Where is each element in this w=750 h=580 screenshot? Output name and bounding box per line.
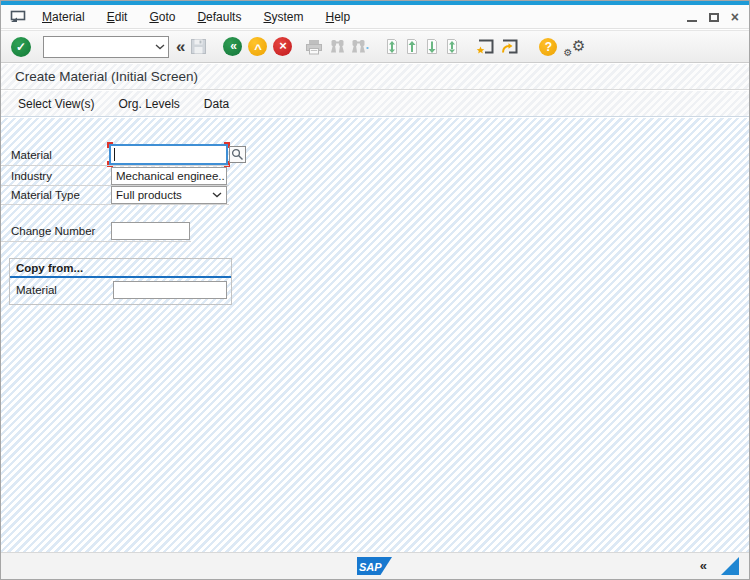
gear-small-icon: ⚙ — [563, 47, 572, 58]
material-field-wrap — [109, 144, 228, 165]
system-toolbar: ✓ « « ^ × — [1, 30, 749, 63]
sap-logo: SAP — [357, 556, 393, 576]
check-icon: ✓ — [16, 40, 26, 54]
last-page-icon[interactable] — [445, 38, 459, 55]
menu-item-system[interactable]: System — [252, 7, 314, 27]
industry-dropdown[interactable]: Mechanical enginee.. — [111, 167, 227, 185]
collapse-command-field-icon[interactable]: « — [176, 38, 185, 56]
industry-label: Industry — [11, 170, 52, 182]
cancel-icon: × — [279, 38, 287, 53]
customize-layout-button[interactable]: ⚙ ⚙ — [563, 37, 585, 57]
chevron-down-icon[interactable] — [155, 44, 165, 50]
minimize-icon[interactable] — [687, 20, 697, 22]
exit-button[interactable]: ^ — [248, 37, 267, 56]
save-icon[interactable] — [190, 38, 207, 55]
chevron-down-icon — [212, 192, 222, 198]
command-field[interactable] — [43, 36, 169, 58]
group-title-rule — [10, 276, 231, 278]
back-button[interactable]: « — [223, 37, 242, 56]
material-type-label: Material Type — [11, 189, 80, 201]
menu-item-help[interactable]: Help — [314, 7, 361, 27]
screen-context-menu-icon[interactable] — [9, 9, 27, 24]
material-type-dropdown[interactable]: Full products — [111, 186, 227, 204]
copy-material-label: Material — [16, 284, 57, 296]
first-page-icon[interactable] — [385, 38, 399, 55]
material-input[interactable] — [109, 144, 228, 165]
find-icon[interactable] — [330, 39, 345, 54]
material-label: Material — [11, 149, 52, 161]
change-number-input[interactable] — [111, 222, 190, 240]
new-session-icon[interactable] — [476, 38, 495, 55]
window-controls: × — [687, 8, 739, 26]
text-cursor — [114, 148, 115, 161]
create-shortcut-icon[interactable] — [500, 38, 519, 55]
exit-icon: ^ — [254, 41, 262, 56]
menu-item-goto[interactable]: Goto — [138, 7, 186, 27]
print-icon[interactable] — [305, 39, 323, 55]
main-content: Material Industry Mechanical enginee.. M… — [1, 118, 749, 552]
page-down-icon[interactable] — [425, 38, 439, 55]
search-icon — [231, 148, 244, 161]
copy-material-input[interactable] — [113, 281, 227, 299]
sap-gui-window: Material Edit Goto Defaults System Help … — [0, 0, 750, 580]
change-number-label: Change Number — [11, 225, 95, 237]
menu-item-defaults[interactable]: Defaults — [186, 7, 252, 27]
resize-grip[interactable] — [721, 557, 739, 575]
cancel-button[interactable]: × — [273, 37, 292, 56]
copy-from-group: Copy from... Material — [9, 258, 232, 305]
sap-logo-text: SAP — [359, 561, 382, 573]
back-icon: « — [230, 39, 236, 53]
row-divider — [1, 165, 229, 166]
help-icon: ? — [545, 40, 552, 54]
page-up-icon[interactable] — [405, 38, 419, 55]
copy-from-title: Copy from... — [16, 262, 83, 274]
row-divider — [1, 204, 229, 205]
help-button[interactable]: ? — [539, 38, 557, 56]
enter-button[interactable]: ✓ — [11, 37, 31, 57]
application-toolbar: Select View(s) Org. Levels Data — [1, 91, 749, 117]
status-collapse-icon[interactable]: « — [700, 560, 707, 572]
industry-value: Mechanical enginee.. — [116, 170, 225, 182]
data-button[interactable]: Data — [195, 94, 238, 114]
material-search-button[interactable] — [229, 146, 246, 163]
status-bar: SAP « — [1, 552, 749, 579]
material-type-value: Full products — [116, 189, 182, 201]
gear-icon: ⚙ — [572, 37, 585, 55]
maximize-icon[interactable] — [709, 13, 719, 22]
close-icon[interactable]: × — [731, 10, 739, 24]
find-next-icon[interactable] — [351, 39, 370, 54]
required-marker-icon — [107, 142, 113, 148]
command-input[interactable] — [47, 41, 155, 53]
select-views-button[interactable]: Select View(s) — [9, 94, 103, 114]
menu-item-material[interactable]: Material — [31, 7, 96, 27]
menu-bar: Material Edit Goto Defaults System Help … — [1, 5, 749, 29]
org-levels-button[interactable]: Org. Levels — [109, 94, 188, 114]
screen-header: Create Material (Initial Screen) — [1, 64, 749, 90]
menu-item-edit[interactable]: Edit — [96, 7, 139, 27]
page-title: Create Material (Initial Screen) — [15, 69, 198, 84]
row-divider — [1, 241, 191, 242]
